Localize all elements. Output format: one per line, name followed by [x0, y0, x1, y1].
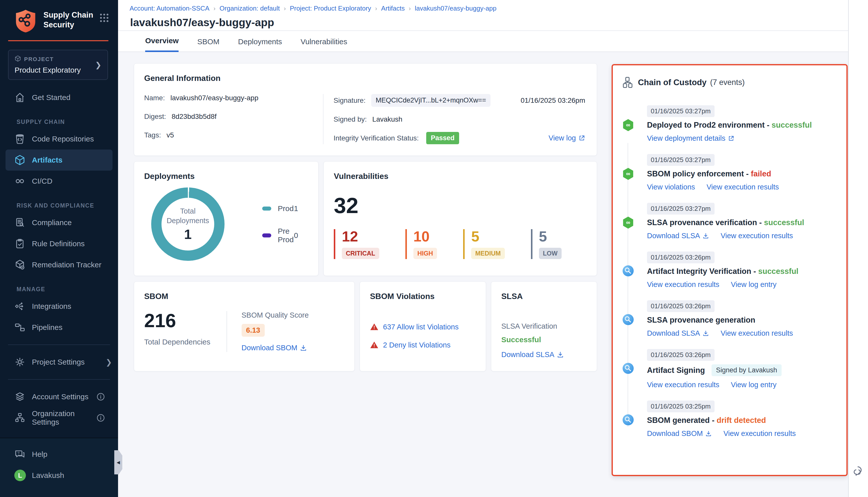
sidebar-item-cicd[interactable]: CI/CD [0, 171, 118, 192]
sbom-card: SBOM 216 Total Dependencies SBOM Quality… [134, 281, 355, 371]
sidebar-nav: Get Started SUPPLY CHAIN Code Repositori… [0, 87, 118, 428]
vuln-stat-high: 10 HIGH [405, 229, 437, 259]
avatar: L [14, 470, 26, 481]
sidebar-item-organization-settings[interactable]: Organization Settings [0, 407, 118, 428]
module-grid-icon[interactable] [99, 13, 110, 24]
download-icon [557, 351, 564, 358]
tags-label: Tags: [144, 131, 161, 139]
view-execution-results-link[interactable]: View execution results [721, 329, 793, 338]
signed-by-value: Lavakush [372, 115, 402, 123]
pipelines-icon [14, 322, 25, 333]
sidebar-item-pipelines[interactable]: Pipelines [0, 317, 118, 338]
project-cube-icon [15, 55, 21, 63]
chain-event-artifact-signing: 01/16/2025 03:26pm Artifact SigningSigne… [622, 349, 837, 389]
sidebar-divider [8, 344, 110, 345]
card-title: Vulnerabilities [334, 172, 587, 181]
sbom-violations-card: SBOM Violations 637 Allow list Violation… [360, 281, 486, 371]
integrity-status-label: Integrity Verification Status: [334, 134, 419, 142]
sidebar-item-get-started[interactable]: Get Started [0, 87, 118, 108]
external-link-icon [728, 135, 734, 142]
allow-list-violations-link[interactable]: 637 Allow list Violations [383, 323, 459, 331]
svg-text:∞: ∞ [626, 122, 630, 128]
integrations-icon [14, 301, 25, 312]
signature-value[interactable]: MEQCICde2VjIT...bL+2+mqnOXw== [371, 94, 491, 107]
tab-bar: Overview SBOM Deployments Vulnerabilitie… [118, 30, 848, 52]
legend-value-prod: 1 [294, 204, 298, 213]
sidebar-divider [8, 379, 110, 380]
user-menu[interactable]: L Lavakush [0, 465, 118, 486]
breadcrumb-project[interactable]: Project: Product Exploratory [290, 4, 371, 12]
sidebar-item-help[interactable]: ? Help [0, 444, 118, 465]
sidebar-item-artifacts[interactable]: Artifacts [5, 150, 113, 171]
sidebar-item-code-repositories[interactable]: Code Repositories [0, 128, 118, 150]
deny-list-violations-link[interactable]: 2 Deny list Violations [383, 341, 451, 349]
sidebar-collapse-handle[interactable]: ◀ [114, 450, 122, 474]
sidebar-item-compliance[interactable]: Compliance [0, 212, 118, 233]
info-icon[interactable] [96, 413, 112, 423]
scan-circle-icon [622, 363, 634, 374]
sidebar-item-integrations[interactable]: Integrations [0, 296, 118, 317]
page-title: lavakush07/easy-buggy-app [130, 16, 848, 29]
project-selector[interactable]: PROJECT Product Exploratory ❯ [8, 50, 108, 80]
code-repository-icon [14, 133, 25, 144]
sidebar-item-remediation-tracker[interactable]: Remediation Tracker [0, 254, 118, 275]
tab-vulnerabilities[interactable]: Vulnerabilities [301, 38, 347, 52]
breadcrumb-current[interactable]: lavakush07/easy-buggy-app [415, 4, 496, 12]
tab-sbom[interactable]: SBOM [197, 38, 219, 52]
shield-logo-icon [14, 9, 37, 34]
chat-support-icon[interactable] [852, 464, 865, 479]
artifacts-cube-icon [14, 155, 25, 166]
legend-value-pre-prod: 0 [294, 231, 298, 240]
card-title: SLSA [501, 292, 587, 301]
pipeline-hexagon-icon: ∞ [622, 216, 634, 229]
sidebar-item-account-settings[interactable]: Account Settings [0, 386, 118, 407]
chain-event-slsa-generation: 01/16/2025 03:26pm SLSA provenance gener… [622, 300, 837, 338]
breadcrumb-artifacts[interactable]: Artifacts [381, 4, 405, 12]
view-deployment-details-link[interactable]: View deployment details [647, 134, 734, 142]
tab-deployments[interactable]: Deployments [238, 38, 282, 52]
sidebar-item-rule-definitions[interactable]: Rule Definitions [0, 233, 118, 254]
tab-overview[interactable]: Overview [145, 37, 178, 52]
slsa-card: SLSA SLSA Verification Successful Downlo… [491, 281, 597, 371]
scan-circle-icon [622, 265, 634, 276]
view-execution-results-link[interactable]: View execution results [647, 280, 719, 289]
breadcrumb-account[interactable]: Account: Automation-SSCA [130, 4, 209, 12]
view-execution-results-link[interactable]: View execution results [721, 232, 793, 240]
view-execution-results-link[interactable]: View execution results [647, 381, 719, 389]
view-log-link[interactable]: View log [549, 134, 587, 142]
vertical-divider [227, 311, 227, 352]
chain-event-sbom-policy: ∞ 01/16/2025 03:27pm SBOM policy enforce… [622, 154, 837, 191]
download-icon [703, 330, 709, 337]
breadcrumb-organization[interactable]: Organization: default [219, 4, 280, 12]
svg-text:∞: ∞ [626, 219, 630, 226]
brand-accent-divider [8, 40, 108, 41]
event-status: successful [758, 267, 798, 276]
view-execution-results-link[interactable]: View execution results [723, 429, 796, 438]
chain-of-custody-panel: Chain of Custody (7 events) ∞ 01/16/2025… [611, 64, 848, 476]
download-sbom-link[interactable]: Download SBOM [647, 429, 712, 438]
sidebar-item-project-settings[interactable]: Project Settings ❯ [0, 352, 118, 373]
download-slsa-link[interactable]: Download SLSA [647, 329, 709, 338]
download-slsa-link[interactable]: Download SLSA [501, 351, 564, 359]
nav-section-supply-chain: SUPPLY CHAIN [17, 118, 118, 125]
view-violations-link[interactable]: View violations [647, 183, 695, 191]
view-log-entry-link[interactable]: View log entry [731, 280, 777, 289]
info-icon[interactable] [96, 392, 112, 401]
nav-section-risk-compliance: RISK AND COMPLIANCE [17, 202, 118, 209]
deployments-card: Deployments Total Deployments 1 [134, 161, 318, 276]
content-area: General Information Name:lavakush07/easy… [118, 52, 848, 476]
remediation-cube-icon [14, 259, 25, 270]
home-icon [14, 92, 25, 103]
general-information-card: General Information Name:lavakush07/easy… [134, 63, 597, 156]
breadcrumb: Account: Automation-SSCA › Organization:… [130, 4, 848, 12]
download-slsa-link[interactable]: Download SLSA [647, 232, 709, 240]
download-icon [703, 233, 709, 239]
view-log-entry-link[interactable]: View log entry [731, 381, 777, 389]
project-name: Product Exploratory [15, 66, 81, 74]
event-timestamp: 01/16/2025 03:27pm [647, 105, 714, 117]
legend-swatch-pre-prod [262, 233, 271, 238]
severity-badge-high: HIGH [414, 248, 437, 259]
right-rail [848, 0, 868, 497]
download-sbom-link[interactable]: Download SBOM [242, 344, 307, 352]
view-execution-results-link[interactable]: View execution results [707, 183, 779, 191]
